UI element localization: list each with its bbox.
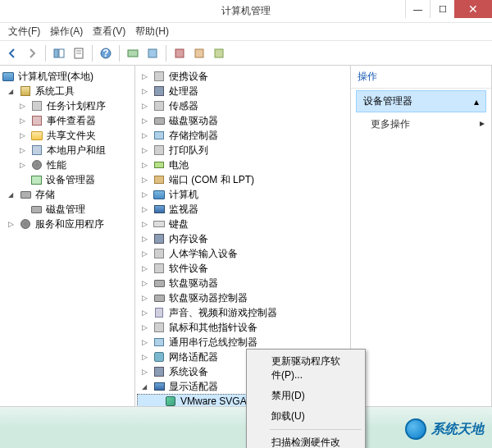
expand-icon[interactable] xyxy=(142,323,151,332)
display-icon xyxy=(153,380,166,393)
tree-task-scheduler[interactable]: 任务计划程序 xyxy=(2,98,133,113)
tree-local-users[interactable]: 本地用户和组 xyxy=(2,143,133,158)
menu-action[interactable]: 操作(A) xyxy=(45,23,88,40)
disk_drives-icon xyxy=(153,114,166,127)
device-category-processors[interactable]: 处理器 xyxy=(137,84,348,98)
device-category-sound[interactable]: 声音、视频和游戏控制器 xyxy=(137,305,348,320)
expand-icon[interactable] xyxy=(142,117,151,126)
expand-icon[interactable] xyxy=(142,190,151,199)
expand-icon[interactable] xyxy=(8,190,17,199)
expand-icon[interactable] xyxy=(142,338,151,347)
expand-icon[interactable] xyxy=(142,279,151,288)
device-category-label: 磁盘驱动器 xyxy=(169,114,218,128)
minimize-button[interactable]: — xyxy=(405,0,430,18)
device-category-ports[interactable]: 端口 (COM 和 LPT) xyxy=(137,172,348,187)
expand-icon[interactable] xyxy=(20,131,29,140)
close-button[interactable]: ✕ xyxy=(454,0,492,18)
menu-file[interactable]: 文件(F) xyxy=(3,23,45,40)
uninstall-button[interactable] xyxy=(171,44,189,62)
menubar: 文件(F) 操作(A) 查看(V) 帮助(H) xyxy=(0,23,492,41)
device-category-dvd[interactable]: 软盘驱动器 xyxy=(137,276,348,290)
show-hide-tree-button[interactable] xyxy=(50,44,68,62)
window-title: 计算机管理 xyxy=(221,4,271,18)
expand-icon[interactable] xyxy=(8,220,17,229)
device-category-label: 系统设备 xyxy=(169,365,208,379)
actions-more[interactable]: 更多操作 ▸ xyxy=(351,112,491,136)
device-category-computer[interactable]: 计算机 xyxy=(137,187,348,202)
expand-icon[interactable] xyxy=(20,102,29,111)
expand-icon[interactable] xyxy=(142,249,151,258)
expand-icon[interactable] xyxy=(142,235,151,244)
watermark: 系统天地 xyxy=(405,418,484,440)
watermark-text: 系统天地 xyxy=(431,421,484,438)
expand-icon[interactable] xyxy=(142,72,151,81)
expand-icon[interactable] xyxy=(142,309,151,318)
expand-icon[interactable] xyxy=(142,146,151,155)
disable-button[interactable] xyxy=(190,44,208,62)
device-category-usb_ctrl[interactable]: 通用串行总线控制器 xyxy=(137,335,348,350)
ctx-update-driver[interactable]: 更新驱动程序软件(P)... xyxy=(248,351,363,386)
properties-button[interactable] xyxy=(70,44,88,62)
menu-help[interactable]: 帮助(H) xyxy=(130,23,174,40)
ctx-uninstall[interactable]: 卸载(U) xyxy=(248,406,363,427)
device-category-label: 监视器 xyxy=(169,203,198,217)
device-category-disk_drives[interactable]: 磁盘驱动器 xyxy=(137,113,348,128)
device-category-software[interactable]: 软件设备 xyxy=(137,261,348,276)
tree-services-apps[interactable]: 服务和应用程序 xyxy=(2,217,133,231)
maximize-button[interactable]: ☐ xyxy=(430,0,454,18)
tree-performance[interactable]: 性能 xyxy=(2,158,133,172)
update-driver-button[interactable] xyxy=(144,44,162,62)
expand-icon[interactable] xyxy=(142,176,151,185)
expand-icon[interactable] xyxy=(142,205,151,214)
menu-view[interactable]: 查看(V) xyxy=(88,23,130,40)
expand-icon[interactable] xyxy=(20,146,29,155)
device-category-hid[interactable]: 人体学输入设备 xyxy=(137,246,348,261)
computer-icon xyxy=(153,188,166,201)
expand-icon[interactable] xyxy=(142,161,151,170)
device-category-mice[interactable]: 鼠标和其他指针设备 xyxy=(137,320,348,335)
device-category-print_queues[interactable]: 打印队列 xyxy=(137,143,348,158)
help-button[interactable]: ? xyxy=(97,44,115,62)
svg-rect-1 xyxy=(59,49,64,57)
device-category-memory[interactable]: 内存设备 xyxy=(137,231,348,246)
expand-icon[interactable] xyxy=(142,131,151,140)
tree-storage[interactable]: 存储 xyxy=(2,187,133,202)
expand-icon[interactable] xyxy=(142,220,151,229)
tree-root-computer-management[interactable]: 计算机管理(本地) xyxy=(2,69,133,84)
tree-shared-folders[interactable]: 共享文件夹 xyxy=(2,128,133,143)
svg-rect-10 xyxy=(195,49,203,57)
expand-icon[interactable] xyxy=(142,87,151,96)
expand-icon[interactable] xyxy=(142,264,151,273)
tree-event-viewer[interactable]: 事件查看器 xyxy=(2,113,133,128)
device-category-storage_ctrl[interactable]: 存储控制器 xyxy=(137,128,348,143)
expand-icon[interactable] xyxy=(142,294,151,303)
tree-system-tools[interactable]: 系统工具 xyxy=(2,84,133,98)
back-button[interactable] xyxy=(3,44,21,62)
ctx-disable[interactable]: 禁用(D) xyxy=(248,386,363,406)
device-category-batteries[interactable]: 电池 xyxy=(137,158,348,172)
forward-button[interactable] xyxy=(23,44,41,62)
scan-hardware-button[interactable] xyxy=(124,44,142,62)
expand-icon[interactable] xyxy=(8,87,17,96)
expand-icon[interactable] xyxy=(20,161,29,170)
device-category-sensors[interactable]: 传感器 xyxy=(137,98,348,113)
device-category-floppy_ctrl[interactable]: 软盘驱动器控制器 xyxy=(137,290,348,305)
tree-device-manager[interactable]: 设备管理器 xyxy=(2,172,133,187)
device-category-monitors[interactable]: 监视器 xyxy=(137,202,348,217)
device-category-keyboards[interactable]: 键盘 xyxy=(137,217,348,231)
enable-button[interactable] xyxy=(210,44,228,62)
tree-disk-management[interactable]: 磁盘管理 xyxy=(2,202,133,217)
expand-icon[interactable] xyxy=(20,117,29,126)
folder-icon xyxy=(30,129,43,142)
actions-selected-item[interactable]: 设备管理器 ▴ xyxy=(356,90,486,112)
device-category-label: 处理器 xyxy=(169,85,198,98)
expand-icon[interactable] xyxy=(142,368,151,377)
ctx-scan-hardware[interactable]: 扫描检测硬件改动(A) xyxy=(248,432,363,448)
device-category-portable[interactable]: 便携设备 xyxy=(137,69,348,84)
left-tree-panel: 计算机管理(本地) 系统工具 任务计划程序 事件查看器 xyxy=(0,66,135,406)
expand-icon[interactable] xyxy=(142,102,151,111)
device-category-label: 软盘驱动器控制器 xyxy=(169,291,248,305)
expand-icon[interactable] xyxy=(142,382,151,391)
expand-icon[interactable] xyxy=(142,353,151,362)
device-category-label: 电池 xyxy=(169,158,189,172)
